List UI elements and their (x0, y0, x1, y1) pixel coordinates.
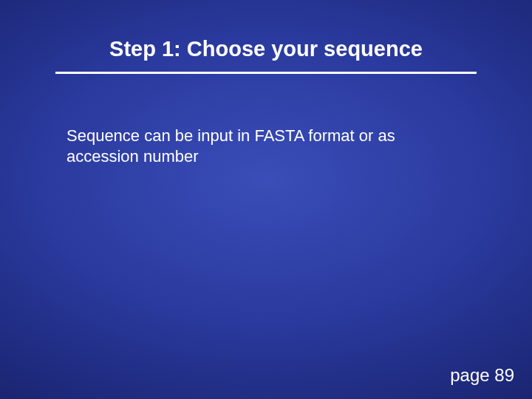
slide-title: Step 1: Choose your sequence (44, 37, 488, 61)
page-number: page 89 (450, 365, 514, 386)
slide-body-text: Sequence can be input in FASTA format or… (44, 126, 458, 166)
title-divider (55, 72, 477, 74)
slide-container: Step 1: Choose your sequence Sequence ca… (0, 0, 532, 399)
